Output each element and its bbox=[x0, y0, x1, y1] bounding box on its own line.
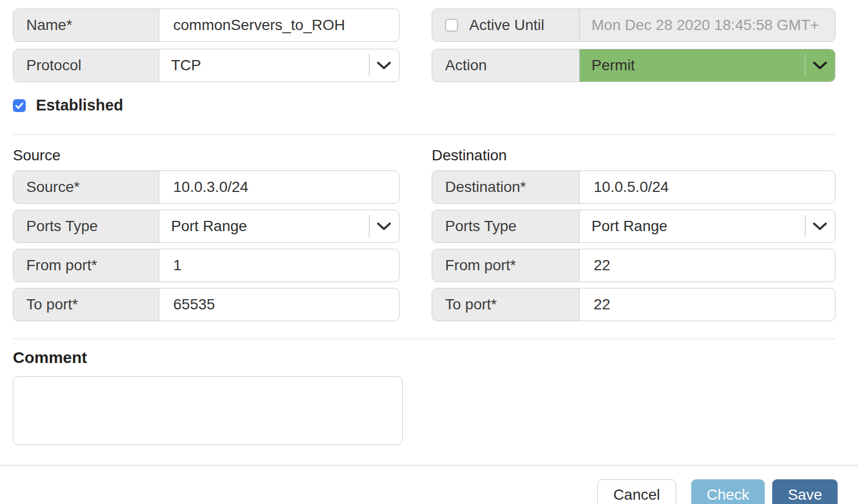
established-checkbox[interactable] bbox=[13, 99, 26, 112]
destination-section: Destination Destination* Ports Type Port… bbox=[432, 147, 835, 327]
chevron-down-icon bbox=[812, 61, 828, 70]
cancel-button[interactable]: Cancel bbox=[597, 479, 676, 504]
source-to-port-label: To port* bbox=[13, 288, 159, 321]
source-section-title: Source bbox=[13, 147, 400, 164]
select-divider bbox=[369, 54, 369, 77]
source-from-port-input[interactable] bbox=[159, 257, 399, 274]
chevron-down-icon bbox=[376, 61, 392, 70]
protocol-select[interactable]: TCP bbox=[159, 49, 399, 81]
source-to-port-input[interactable] bbox=[159, 296, 399, 313]
source-ports-type-select[interactable]: Port Range bbox=[159, 210, 399, 242]
select-divider bbox=[369, 215, 369, 238]
protocol-row: Protocol TCP bbox=[13, 49, 400, 82]
source-address-row: Source* bbox=[13, 171, 400, 204]
save-button[interactable]: Save bbox=[772, 479, 838, 504]
destination-ports-type-row: Ports Type Port Range bbox=[432, 210, 835, 243]
name-input[interactable] bbox=[159, 17, 399, 34]
chevron-down-icon bbox=[812, 221, 828, 231]
chevron-down-icon bbox=[376, 221, 392, 231]
source-ports-type-row: Ports Type Port Range bbox=[13, 210, 400, 243]
source-section: Source Source* Ports Type Port Range bbox=[13, 147, 400, 327]
name-label: Name* bbox=[13, 9, 159, 41]
action-label: Action bbox=[432, 49, 580, 81]
comment-textarea[interactable] bbox=[13, 376, 403, 445]
rule-editor-form: Name* Active Until Protocol TCP bbox=[13, 9, 835, 445]
destination-from-port-label: From port* bbox=[432, 249, 580, 281]
select-divider bbox=[805, 54, 805, 77]
destination-from-port-input[interactable] bbox=[580, 257, 835, 274]
active-until-row: Active Until bbox=[432, 9, 835, 42]
destination-ports-type-select[interactable]: Port Range bbox=[580, 210, 835, 242]
source-to-port-row: To port* bbox=[13, 288, 400, 321]
footer: Cancel Check Save bbox=[0, 465, 858, 504]
name-field-row: Name* bbox=[13, 9, 400, 42]
destination-section-title: Destination bbox=[432, 147, 835, 164]
destination-ports-type-label: Ports Type bbox=[432, 210, 580, 242]
checkmark-icon bbox=[14, 100, 25, 111]
source-from-port-label: From port* bbox=[13, 249, 159, 281]
section-divider bbox=[13, 338, 835, 339]
active-until-date-input bbox=[580, 17, 835, 34]
protocol-label: Protocol bbox=[13, 49, 159, 81]
active-until-label: Active Until bbox=[432, 9, 580, 41]
comment-title: Comment bbox=[13, 349, 835, 367]
destination-address-row: Destination* bbox=[432, 171, 835, 204]
destination-to-port-label: To port* bbox=[432, 288, 580, 321]
destination-from-port-row: From port* bbox=[432, 249, 835, 282]
destination-to-port-input[interactable] bbox=[580, 296, 835, 313]
check-button[interactable]: Check bbox=[691, 479, 765, 504]
source-address-label: Source* bbox=[13, 171, 159, 203]
destination-address-input[interactable] bbox=[580, 179, 835, 196]
section-divider bbox=[13, 134, 835, 135]
source-address-input[interactable] bbox=[159, 179, 399, 196]
established-label: Established bbox=[36, 97, 123, 114]
source-ports-type-label: Ports Type bbox=[13, 210, 159, 242]
active-until-text: Active Until bbox=[469, 17, 544, 34]
action-select[interactable]: Permit bbox=[580, 49, 835, 81]
select-divider bbox=[805, 215, 805, 238]
active-until-checkbox[interactable] bbox=[445, 19, 458, 32]
destination-address-label: Destination* bbox=[432, 171, 580, 203]
destination-to-port-row: To port* bbox=[432, 288, 835, 321]
established-row: Established bbox=[13, 97, 835, 114]
action-row: Action Permit bbox=[432, 49, 835, 82]
source-from-port-row: From port* bbox=[13, 249, 400, 282]
